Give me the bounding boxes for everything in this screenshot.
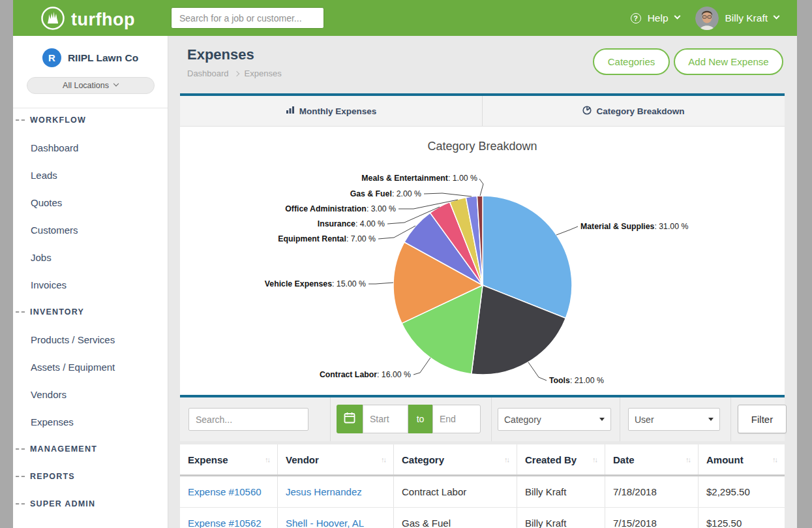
sidebar-item-assets-equipment[interactable]: Assets / Equipment (13, 353, 168, 380)
company-block: R RIIPL Lawn Co (13, 48, 168, 67)
sort-icon[interactable]: ↑↓ (772, 456, 777, 463)
category-cell: Contract Labor (394, 476, 517, 507)
sidebar-item-products-services[interactable]: Products / Services (13, 326, 168, 353)
date-range-to-label: to (408, 405, 432, 433)
expense-link[interactable]: Expense #10562 (188, 518, 262, 528)
main-content: Expenses Dashboard Expenses Categories A… (168, 36, 797, 528)
filter-divider (491, 397, 492, 441)
pie-slice-label: Gas & Fuel: 2.00 % (350, 189, 421, 198)
pie-label-leader-line (528, 362, 547, 380)
company-logo: R (42, 48, 61, 67)
breadcrumb-chevron-icon (233, 70, 239, 76)
user-filter-select[interactable]: User (628, 408, 720, 431)
sidebar-section-reports[interactable]: REPORTS (13, 463, 168, 490)
company-name: RIIPL Lawn Co (68, 52, 138, 64)
column-header-date[interactable]: Date↑↓ (605, 444, 699, 474)
amount-cell: $2,295.50 (699, 476, 785, 507)
sidebar-item-customers[interactable]: Customers (13, 216, 168, 243)
sort-icon[interactable]: ↑↓ (381, 456, 385, 463)
dashes-icon (16, 448, 25, 450)
add-new-expense-button[interactable]: Add New Expense (674, 48, 783, 75)
pie-slice-label: Office Administration: 3.00 % (285, 204, 396, 213)
select-arrow-icon (708, 418, 714, 421)
sidebar-item-jobs[interactable]: Jobs (13, 243, 168, 271)
sidebar-item-expenses[interactable]: Expenses (13, 408, 168, 435)
brand-logo[interactable]: turfhop (40, 6, 135, 33)
help-menu[interactable]: Help (648, 12, 669, 24)
pie-chart: Material & Supplies: 31.00 %Tools: 21.00… (180, 127, 785, 395)
date-cell: 7/18/2018 (605, 476, 699, 507)
chart-tabs: Monthly Expenses Category Breakdown (180, 93, 785, 127)
pie-slice-label: Tools: 21.00 % (549, 376, 604, 385)
vendor-link[interactable]: Shell - Hoover, AL (286, 518, 364, 528)
sidebar-item-dashboard[interactable]: Dashboard (13, 134, 168, 161)
pie-slice-label: Contract Labor: 16.00 % (320, 370, 411, 379)
date-start-input[interactable] (363, 405, 408, 433)
pie-label-leader-line (424, 193, 472, 196)
page-title: Expenses (187, 46, 254, 63)
sidebar-section-super-admin[interactable]: SUPER ADMIN (13, 490, 168, 518)
pie-slice-label: Meals & Entertainment: 1.00 % (361, 174, 477, 183)
help-chevron-down-icon[interactable] (674, 13, 680, 20)
pie-slice-label: Insurance: 4.00 % (318, 219, 385, 228)
table-row: Expense #10560 Jesus Hernandez Contract … (180, 476, 785, 508)
categories-button[interactable]: Categories (593, 48, 670, 75)
expense-link[interactable]: Expense #10560 (188, 486, 262, 497)
column-header-vendor[interactable]: Vendor↑↓ (278, 444, 394, 474)
tab-monthly-expenses[interactable]: Monthly Expenses (180, 96, 482, 126)
app-window: turfhop ? Help Billy Kraft R (13, 0, 797, 528)
sidebar-item-vendors[interactable]: Vendors (13, 380, 168, 408)
user-name[interactable]: Billy Kraft (725, 12, 768, 24)
created-by-cell: Billy Kraft (517, 508, 605, 528)
sort-icon[interactable]: ↑↓ (504, 456, 509, 463)
location-selector[interactable]: All Locations (27, 77, 155, 94)
sort-icon[interactable]: ↑↓ (592, 456, 597, 463)
date-end-input[interactable] (432, 405, 481, 433)
dashes-icon (16, 476, 25, 477)
sort-icon[interactable]: ↑↓ (265, 456, 269, 463)
date-range-calendar-button[interactable] (337, 405, 363, 433)
user-avatar[interactable] (695, 7, 719, 30)
category-cell: Gas & Fuel (394, 508, 517, 528)
topbar: turfhop ? Help Billy Kraft (13, 0, 797, 36)
sidebar-section-workflow: WORKFLOW (13, 106, 168, 134)
pie-label-leader-line (479, 179, 483, 196)
dashes-icon (16, 503, 25, 505)
pie-slice-label: Vehicle Expenses: 15.00 % (265, 279, 366, 288)
pie-slice-label: Material & Supplies: 31.00 % (580, 222, 688, 231)
brand-name: turfhop (71, 10, 135, 30)
sidebar-item-leads[interactable]: Leads (13, 161, 168, 189)
pie-label-leader-line (368, 283, 393, 284)
sidebar-section-management[interactable]: MANAGEMENT (13, 435, 168, 463)
amount-cell: $125.50 (699, 508, 785, 528)
table-header-row: Expense↑↓ Vendor↑↓ Category↑↓ Created By… (180, 444, 785, 476)
tab-category-breakdown[interactable]: Category Breakdown (482, 96, 785, 126)
sidebar: R RIIPL Lawn Co All Locations WORKFLOW D… (13, 36, 168, 528)
sidebar-menu: WORKFLOW Dashboard Leads Quotes Customer… (13, 106, 168, 518)
global-search-input[interactable] (171, 7, 324, 29)
category-filter-select[interactable]: Category (498, 408, 611, 431)
pie-chart-icon (582, 106, 592, 117)
sidebar-item-quotes[interactable]: Quotes (13, 189, 168, 216)
select-arrow-icon (599, 418, 605, 421)
column-header-category[interactable]: Category↑↓ (394, 444, 517, 474)
table-search-input[interactable] (188, 408, 308, 431)
created-by-cell: Billy Kraft (517, 476, 605, 507)
filter-button[interactable]: Filter (738, 405, 787, 433)
expenses-table: Expense↑↓ Vendor↑↓ Category↑↓ Created By… (180, 444, 785, 528)
column-header-amount[interactable]: Amount↑↓ (699, 444, 785, 474)
chart-title: Category Breakdown (180, 140, 785, 153)
user-chevron-down-icon[interactable] (774, 13, 780, 20)
topbar-right: ? Help Billy Kraft (631, 0, 779, 36)
vendor-link[interactable]: Jesus Hernandez (286, 486, 362, 497)
breadcrumb-dashboard[interactable]: Dashboard (187, 69, 229, 78)
sort-icon[interactable]: ↑↓ (685, 456, 690, 463)
help-icon: ? (631, 13, 641, 23)
column-header-expense[interactable]: Expense↑↓ (180, 444, 278, 474)
column-header-created-by[interactable]: Created By↑↓ (517, 444, 605, 474)
dashes-icon (16, 311, 25, 313)
pie-label-leader-line (556, 226, 578, 235)
filter-bar: to Category User Filter (180, 397, 785, 441)
sidebar-item-invoices[interactable]: Invoices (13, 271, 168, 298)
dashes-icon (16, 119, 25, 121)
